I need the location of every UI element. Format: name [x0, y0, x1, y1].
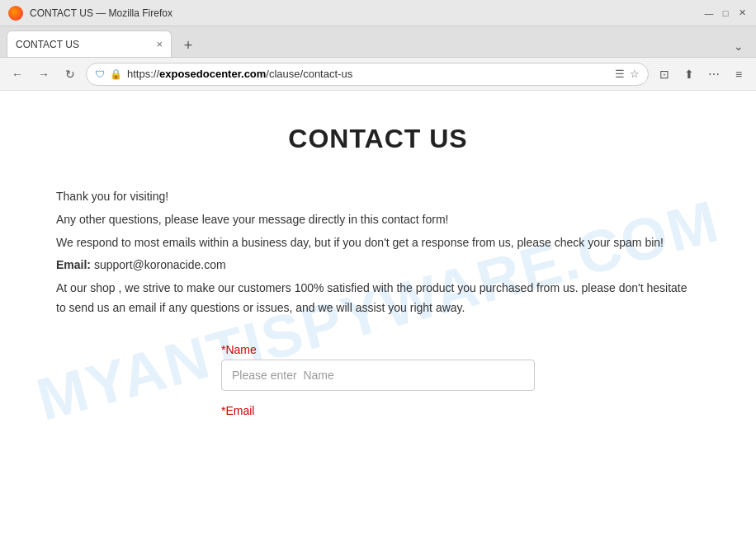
reload-button[interactable]: ↻ — [59, 63, 81, 85]
tab-bar-right: ⌄ — [728, 35, 749, 57]
paragraph-thank-you: Thank you for visiting! — [56, 187, 700, 207]
url-text: https://exposedocenter.com/clause/contac… — [127, 68, 352, 80]
email-field-label: *Email — [221, 404, 535, 417]
paragraph-shop: At our shop , we strive to make our cust… — [56, 279, 700, 318]
url-domain: exposedocenter.com — [159, 68, 266, 80]
content-wrapper: CONTACT US Thank you for visiting! Any o… — [7, 91, 749, 458]
url-actions: ☰ ☆ — [615, 68, 640, 80]
pocket-icon[interactable]: ⊡ — [654, 63, 675, 85]
name-label: *Name — [221, 343, 535, 356]
url-bar[interactable]: 🛡 🔒 https://exposedocenter.com/clause/co… — [86, 63, 649, 86]
bookmark-star-icon[interactable]: ☆ — [630, 68, 640, 80]
active-tab[interactable]: CONTACT US × — [7, 31, 172, 57]
menu-button[interactable]: ≡ — [728, 63, 749, 85]
browser-title-text: CONTACT US — Mozilla Firefox — [30, 7, 172, 19]
email-field-group: *Email — [221, 404, 535, 421]
tab-bar: CONTACT US × + ⌄ — [0, 26, 756, 58]
title-bar: CONTACT US — Mozilla Firefox — □ ✕ — [0, 0, 756, 26]
tab-menu-button[interactable]: ⌄ — [728, 35, 749, 57]
minimize-button[interactable]: — — [703, 7, 715, 19]
close-button[interactable]: ✕ — [736, 7, 748, 19]
paragraph-email: Email: support@koronacide.com — [56, 256, 700, 275]
title-bar-left: CONTACT US — Mozilla Firefox — [8, 6, 172, 21]
back-button[interactable]: ← — [7, 63, 28, 85]
nav-right-buttons: ⊡ ⬆ ⋯ ≡ — [654, 63, 749, 85]
page-heading: CONTACT US — [56, 124, 700, 154]
extensions-icon[interactable]: ⋯ — [703, 63, 725, 85]
shield-icon: 🛡 — [95, 68, 105, 80]
url-path: /clause/contact-us — [266, 68, 352, 80]
email-label: Email: — [56, 258, 91, 271]
contact-form: *Name *Email — [56, 343, 700, 434]
title-controls[interactable]: — □ ✕ — [703, 7, 748, 19]
maximize-button[interactable]: □ — [720, 7, 731, 19]
url-protocol: https:// — [127, 68, 159, 80]
share-icon[interactable]: ⬆ — [678, 63, 700, 85]
tab-close-button[interactable]: × — [156, 38, 163, 50]
lock-icon: 🔒 — [110, 68, 122, 80]
name-field-group: *Name — [221, 343, 535, 391]
firefox-logo-icon — [8, 6, 23, 21]
new-tab-button[interactable]: + — [177, 34, 200, 57]
nav-bar: ← → ↻ 🛡 🔒 https://exposedocenter.com/cla… — [0, 58, 756, 91]
forward-button[interactable]: → — [33, 63, 54, 85]
page-content: MYANTISPYWARE.COM CONTACT US Thank you f… — [0, 91, 756, 536]
email-address: support@koronacide.com — [94, 258, 226, 271]
paragraph-respond: We respond to most emails within a busin… — [56, 233, 700, 253]
paragraph-questions: Any other questions, please leave your m… — [56, 210, 700, 230]
reader-view-icon[interactable]: ☰ — [615, 68, 625, 80]
tab-label: CONTACT US — [16, 39, 79, 50]
name-input[interactable] — [221, 360, 535, 391]
